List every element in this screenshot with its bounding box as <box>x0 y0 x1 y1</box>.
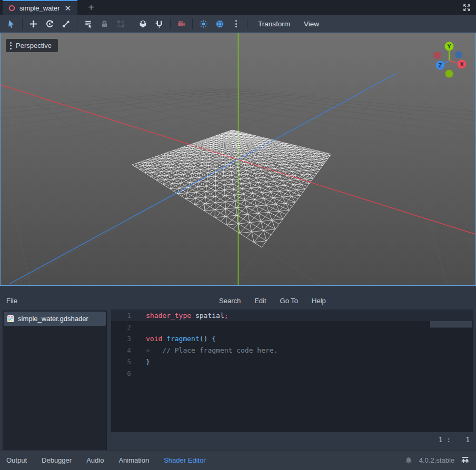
gizmo-neg-x-handle[interactable] <box>433 52 441 59</box>
kebab-menu-icon <box>235 20 237 27</box>
preview-sunlight-button[interactable] <box>195 16 212 31</box>
select-arrow-icon <box>7 19 16 28</box>
scene-tab-bar: simple_water ✕ + <box>0 0 476 15</box>
toolbar-separator <box>192 18 193 29</box>
scene-tab-simple-water[interactable]: simple_water ✕ <box>3 0 77 15</box>
line-number: 2 <box>111 323 131 331</box>
perspective-label: Perspective <box>16 42 52 49</box>
gizmo-neg-y-handle[interactable] <box>445 70 453 78</box>
code-line-3[interactable]: 3void fragment() { <box>111 333 473 344</box>
gizmo-x-label: X <box>460 61 463 67</box>
close-icon[interactable]: ✕ <box>64 4 72 12</box>
move-icon <box>29 19 38 28</box>
sun-icon <box>199 19 208 28</box>
local-space-button[interactable] <box>135 16 151 31</box>
code-line-6[interactable]: 6 <box>111 367 473 379</box>
camera-preview-button[interactable] <box>173 16 190 31</box>
toolbar-separator <box>22 18 23 29</box>
code-editor[interactable]: 1shader_type spatial;23void fragment() {… <box>111 309 473 432</box>
dock-tab-audio[interactable]: Audio <box>86 456 104 464</box>
status-right: 4.0.2.stable <box>404 456 470 465</box>
code-line-2[interactable]: 2 <box>111 321 473 333</box>
shader-file-list[interactable]: simple_water.gdshader <box>3 311 107 451</box>
tab-bar-spacer <box>102 0 458 15</box>
line-number: 1 <box>111 312 131 319</box>
tab-label: simple_water <box>19 4 60 12</box>
godot-editor-window: simple_water ✕ + <box>0 0 476 470</box>
line-number: 5 <box>111 358 131 366</box>
lock-button[interactable] <box>96 16 113 31</box>
code-line-1[interactable]: 1shader_type spatial; <box>111 309 473 321</box>
file-menu[interactable]: File <box>0 297 103 305</box>
snap-magnet-icon <box>155 19 164 28</box>
shader-editor-panel: File SearchEditGo ToHelp simple_water.gd… <box>0 286 476 450</box>
expand-bottom-panel-icon[interactable] <box>461 456 470 465</box>
gizmo-z-label: Z <box>439 62 442 68</box>
shader-file-icon <box>7 315 14 323</box>
panel-menu-row: File SearchEditGo ToHelp <box>0 293 476 308</box>
perspective-button[interactable]: Perspective <box>6 39 58 52</box>
dock-tab-debugger[interactable]: Debugger <box>42 456 72 464</box>
cursor-column: 1 <box>465 436 470 444</box>
orientation-gizmo[interactable]: YXZ <box>433 42 467 78</box>
line-number: 6 <box>111 369 131 377</box>
group-button[interactable] <box>113 16 129 31</box>
list-select-icon <box>84 19 93 28</box>
spatial-toolbar: Transform View <box>0 15 476 33</box>
rotate-tool-button[interactable] <box>42 16 58 31</box>
camera-icon <box>177 19 186 28</box>
code-text: shader_type spatial; <box>146 312 229 319</box>
list-select-tool-button[interactable] <box>80 16 96 31</box>
code-text: » // Place fragment code here. <box>146 346 277 354</box>
environment-globe-icon <box>215 19 224 28</box>
lock-icon <box>100 19 109 28</box>
version-label[interactable]: 4.0.2.stable <box>419 456 454 464</box>
transform-menu[interactable]: Transform <box>252 16 296 31</box>
gizmo-neg-z-handle[interactable] <box>455 51 462 58</box>
dock-tab-output[interactable]: Output <box>6 456 27 464</box>
viewport-options-button[interactable] <box>228 16 244 31</box>
scene-icon <box>8 5 15 12</box>
code-line-5[interactable]: 5} <box>111 356 473 367</box>
editor-menu-go-to[interactable]: Go To <box>275 297 303 305</box>
code-line-4[interactable]: 4» // Place fragment code here. <box>111 344 473 356</box>
cursor-line: 1 : <box>439 436 451 444</box>
select-tool-button[interactable] <box>3 16 19 31</box>
toolbar-separator <box>132 18 132 29</box>
new-tab-button[interactable]: + <box>81 0 102 15</box>
distraction-free-button[interactable] <box>458 0 476 15</box>
code-text: } <box>146 358 150 366</box>
toolbar-separator <box>77 18 77 29</box>
file-item-selected[interactable]: simple_water.gdshader <box>4 312 106 326</box>
plane-mesh-wireframe[interactable] <box>132 130 331 247</box>
cursor-position: 1 : 1 <box>439 436 470 444</box>
kebab-menu-icon <box>10 42 12 49</box>
viewport-3d[interactable]: YXZ Perspective <box>0 33 476 286</box>
toolbar-separator <box>247 18 247 29</box>
gizmo-y-label: Y <box>447 43 451 49</box>
toolbar-separator <box>170 18 171 29</box>
editor-menus: SearchEditGo ToHelp <box>214 297 331 305</box>
editor-menu-search[interactable]: Search <box>214 297 246 305</box>
fullscreen-icon <box>462 3 471 12</box>
file-name: simple_water.gdshader <box>18 315 88 323</box>
plus-icon: + <box>88 2 94 14</box>
editor-menu-edit[interactable]: Edit <box>249 297 271 305</box>
scale-tool-button[interactable] <box>58 16 74 31</box>
notification-bell-icon[interactable] <box>404 456 413 465</box>
bottom-status-bar: OutputDebuggerAudioAnimationShader Edito… <box>0 450 476 470</box>
line-number: 4 <box>111 346 131 354</box>
line-number: 3 <box>111 335 131 343</box>
view-menu[interactable]: View <box>298 16 325 31</box>
rotate-icon <box>45 19 54 28</box>
scale-icon <box>62 19 71 28</box>
scene-canvas: YXZ <box>1 33 475 285</box>
editor-menu-help[interactable]: Help <box>306 297 331 305</box>
code-text: void fragment() { <box>146 335 216 343</box>
move-tool-button[interactable] <box>25 16 42 31</box>
dock-tab-shader-editor[interactable]: Shader Editor <box>164 456 206 464</box>
local-space-cube-icon <box>138 19 147 28</box>
preview-environment-button[interactable] <box>212 16 228 31</box>
dock-tab-animation[interactable]: Animation <box>118 456 149 464</box>
snap-button[interactable] <box>151 16 167 31</box>
